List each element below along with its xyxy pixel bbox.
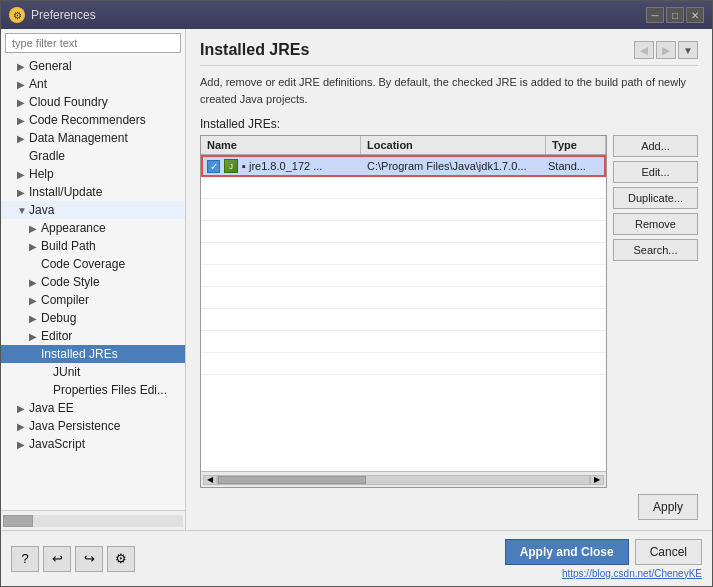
sidebar-item-java-ee[interactable]: ▶ Java EE bbox=[1, 399, 185, 417]
url-link[interactable]: https://blog.csdn.net/CheneyKE bbox=[562, 568, 702, 579]
cancel-button[interactable]: Cancel bbox=[635, 539, 702, 565]
help-button[interactable]: ? bbox=[11, 546, 39, 572]
empty-cell bbox=[361, 186, 546, 190]
remove-button[interactable]: Remove bbox=[613, 213, 698, 235]
panel-header: Installed JREs ◀ ▶ ▼ bbox=[200, 41, 698, 66]
table-row bbox=[201, 177, 606, 199]
window-controls: ─ □ ✕ bbox=[646, 7, 704, 23]
sidebar-item-java-persistence[interactable]: ▶ Java Persistence bbox=[1, 417, 185, 435]
sidebar-item-label: Compiler bbox=[41, 293, 89, 307]
content-area: ▶ General ▶ Ant ▶ Cloud Foundry ▶ Code R… bbox=[1, 29, 712, 530]
redo-button[interactable]: ↪ bbox=[75, 546, 103, 572]
add-button[interactable]: Add... bbox=[613, 135, 698, 157]
sidebar-item-data-management[interactable]: ▶ Data Management bbox=[1, 129, 185, 147]
apply-and-close-button[interactable]: Apply and Close bbox=[505, 539, 629, 565]
jre-location-cell: C:\Program Files\Java\jdk1.7.0... bbox=[363, 158, 544, 174]
expand-arrow: ▶ bbox=[17, 187, 29, 198]
sidebar-item-ant[interactable]: ▶ Ant bbox=[1, 75, 185, 93]
expand-arrow: ▶ bbox=[17, 439, 29, 450]
table-scrollbar: ◀ ▶ bbox=[201, 471, 606, 487]
sidebar-item-properties-files[interactable]: Properties Files Edi... bbox=[1, 381, 185, 399]
apply-button[interactable]: Apply bbox=[638, 494, 698, 520]
sidebar-item-appearance[interactable]: ▶ Appearance bbox=[1, 219, 185, 237]
sidebar-item-label: JavaScript bbox=[29, 437, 85, 451]
jre-checkbox[interactable]: ✓ bbox=[207, 160, 220, 173]
expand-arrow: ▶ bbox=[17, 97, 29, 108]
empty-cell bbox=[546, 318, 606, 322]
jre-table: Name Location Type ✓ J ▪ jre1.8.0_172 ..… bbox=[200, 135, 607, 488]
empty-cell bbox=[546, 252, 606, 256]
sidebar-item-label: Properties Files Edi... bbox=[53, 383, 167, 397]
sidebar-item-code-style[interactable]: ▶ Code Style bbox=[1, 273, 185, 291]
empty-cell bbox=[546, 296, 606, 300]
empty-cell bbox=[546, 230, 606, 234]
table-row bbox=[201, 265, 606, 287]
empty-cell bbox=[361, 230, 546, 234]
expand-arrow: ▶ bbox=[17, 403, 29, 414]
sidebar-item-label: JUnit bbox=[53, 365, 80, 379]
maximize-button[interactable]: □ bbox=[666, 7, 684, 23]
sidebar-item-label: Data Management bbox=[29, 131, 128, 145]
minimize-button[interactable]: ─ bbox=[646, 7, 664, 23]
table-row bbox=[201, 309, 606, 331]
sidebar-item-code-recommenders[interactable]: ▶ Code Recommenders bbox=[1, 111, 185, 129]
table-row bbox=[201, 221, 606, 243]
edit-button[interactable]: Edit... bbox=[613, 161, 698, 183]
panel-description: Add, remove or edit JRE definitions. By … bbox=[200, 74, 698, 107]
empty-cell bbox=[201, 340, 361, 344]
sidebar-item-gradle[interactable]: Gradle bbox=[1, 147, 185, 165]
sidebar-item-label: Code Recommenders bbox=[29, 113, 146, 127]
col-header-type: Type bbox=[546, 136, 606, 154]
nav-back-button[interactable]: ◀ bbox=[634, 41, 654, 59]
sidebar-item-compiler[interactable]: ▶ Compiler bbox=[1, 291, 185, 309]
sidebar-item-install-update[interactable]: ▶ Install/Update bbox=[1, 183, 185, 201]
sidebar-item-build-path[interactable]: ▶ Build Path bbox=[1, 237, 185, 255]
scroll-right[interactable]: ▶ bbox=[590, 475, 604, 485]
table-row[interactable]: ✓ J ▪ jre1.8.0_172 ... C:\Program Files\… bbox=[201, 155, 606, 177]
sidebar-item-label: Java bbox=[29, 203, 54, 217]
sidebar-item-label: Java Persistence bbox=[29, 419, 120, 433]
bottom-bar: ? ↩ ↪ ⚙ Apply and Close Cancel https://b… bbox=[1, 530, 712, 586]
nav-menu-button[interactable]: ▼ bbox=[678, 41, 698, 59]
empty-cell bbox=[201, 274, 361, 278]
sidebar-item-help[interactable]: ▶ Help bbox=[1, 165, 185, 183]
nav-forward-button[interactable]: ▶ bbox=[656, 41, 676, 59]
sidebar-item-code-coverage[interactable]: Code Coverage bbox=[1, 255, 185, 273]
sidebar-item-general[interactable]: ▶ General bbox=[1, 57, 185, 75]
search-button[interactable]: Search... bbox=[613, 239, 698, 261]
main-panel: Installed JREs ◀ ▶ ▼ Add, remove or edit… bbox=[186, 29, 712, 530]
empty-cell bbox=[546, 208, 606, 212]
jre-type-cell: Stand... bbox=[544, 158, 604, 174]
jre-name-cell: ✓ J ▪ jre1.8.0_172 ... bbox=[203, 157, 363, 175]
filter-input[interactable] bbox=[5, 33, 181, 53]
expand-arrow: ▶ bbox=[17, 421, 29, 432]
empty-cell bbox=[361, 208, 546, 212]
sidebar-item-label: General bbox=[29, 59, 72, 73]
expand-arrow: ▶ bbox=[29, 241, 41, 252]
expand-arrow: ▶ bbox=[17, 133, 29, 144]
nav-arrows: ◀ ▶ ▼ bbox=[634, 41, 698, 59]
duplicate-button[interactable]: Duplicate... bbox=[613, 187, 698, 209]
undo-button[interactable]: ↩ bbox=[43, 546, 71, 572]
sidebar: ▶ General ▶ Ant ▶ Cloud Foundry ▶ Code R… bbox=[1, 29, 186, 530]
sidebar-item-javascript[interactable]: ▶ JavaScript bbox=[1, 435, 185, 453]
sidebar-item-java[interactable]: ▼ Java bbox=[1, 201, 185, 219]
settings-button[interactable]: ⚙ bbox=[107, 546, 135, 572]
table-header: Name Location Type bbox=[201, 136, 606, 155]
sidebar-item-editor[interactable]: ▶ Editor bbox=[1, 327, 185, 345]
col-header-location: Location bbox=[361, 136, 546, 154]
sidebar-item-debug[interactable]: ▶ Debug bbox=[1, 309, 185, 327]
table-container: Name Location Type ✓ J ▪ jre1.8.0_172 ..… bbox=[200, 135, 698, 488]
sidebar-item-installed-jres[interactable]: Installed JREs bbox=[1, 345, 185, 363]
sidebar-scrollbar[interactable] bbox=[3, 515, 183, 527]
sidebar-item-label: Debug bbox=[41, 311, 76, 325]
expand-arrow: ▶ bbox=[29, 295, 41, 306]
empty-cell bbox=[201, 230, 361, 234]
sidebar-item-label: Editor bbox=[41, 329, 72, 343]
empty-cell bbox=[546, 362, 606, 366]
sidebar-item-junit[interactable]: JUnit bbox=[1, 363, 185, 381]
sidebar-item-cloud-foundry[interactable]: ▶ Cloud Foundry bbox=[1, 93, 185, 111]
empty-cell bbox=[361, 252, 546, 256]
close-button[interactable]: ✕ bbox=[686, 7, 704, 23]
scroll-left[interactable]: ◀ bbox=[203, 475, 217, 485]
